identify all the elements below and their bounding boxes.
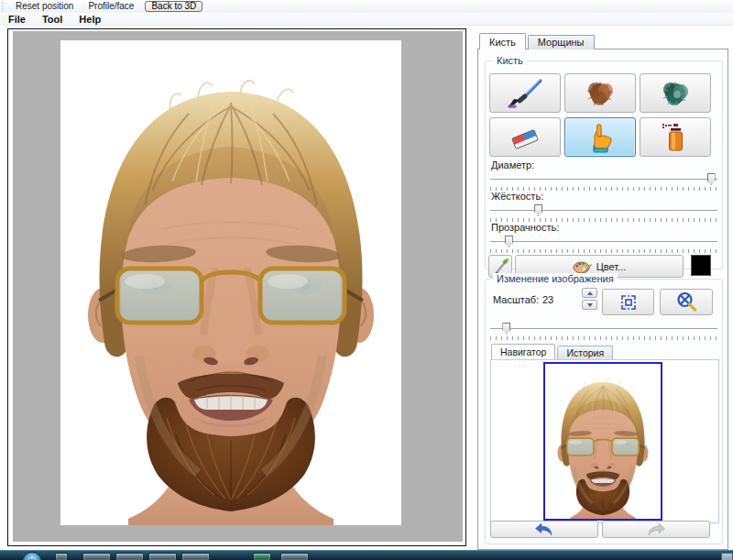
tool-eraser-button[interactable] (489, 117, 561, 157)
redo-button[interactable] (602, 521, 710, 538)
navigator-thumbnail[interactable] (543, 362, 662, 521)
fit-to-screen-icon (619, 293, 638, 312)
taskbar-button[interactable] (253, 553, 271, 560)
hardness-label: Жёсткость: (491, 191, 543, 202)
tool-spray-button[interactable] (640, 117, 711, 157)
scale-spinner (582, 288, 597, 310)
profile-face-button[interactable]: Profile/face (81, 1, 141, 12)
spray-can-icon (660, 121, 691, 154)
fur-texture-icon (658, 79, 693, 108)
menu-file[interactable]: File (0, 14, 34, 25)
start-button[interactable] (22, 552, 42, 560)
taskbar-button[interactable] (82, 553, 111, 560)
image-group: Изменение изображения Масштаб: 23 (485, 279, 723, 544)
taskbar-button[interactable] (148, 553, 177, 560)
zoom-off-button[interactable] (660, 289, 713, 315)
toolbar-gripper (2, 2, 5, 11)
toolbar: Reset position Profile/face Back to 3D (0, 0, 733, 13)
tool-hand-button[interactable] (564, 117, 636, 157)
face-render (60, 40, 401, 525)
tool-paintbrush-button[interactable] (489, 73, 561, 113)
diameter-label: Диаметр: (491, 159, 534, 170)
panel-tabbar: Кисть Морщины (479, 33, 596, 49)
paint-canvas[interactable] (60, 40, 401, 525)
back-to-3d-button[interactable]: Back to 3D (145, 1, 202, 12)
tab-navigator[interactable]: Навигатор (491, 344, 555, 359)
navigator-box (490, 359, 719, 523)
menu-tool[interactable]: Tool (34, 14, 71, 25)
windows-logo-icon (23, 556, 41, 560)
taskbar-button[interactable] (115, 553, 144, 560)
zoom-slider-thumb[interactable] (502, 323, 510, 335)
scale-value: 23 (542, 294, 553, 305)
spinner-up-icon (587, 291, 593, 295)
image-group-title: Изменение изображения (493, 273, 618, 285)
hardness-slider[interactable] (490, 204, 717, 217)
brush-tab-content: Кисть (477, 49, 728, 550)
hand-pointer-icon (585, 121, 616, 154)
tab-history[interactable]: История (557, 346, 613, 359)
paintbrush-icon (506, 78, 544, 109)
reset-position-button[interactable]: Reset position (8, 1, 81, 12)
side-panel: Кисть Морщины Кисть (477, 33, 728, 550)
scale-label: Масштаб: (493, 294, 539, 305)
opacity-slider-thumb[interactable] (505, 236, 513, 247)
menu-bar: File Tool Help (0, 13, 733, 26)
color-button-label: Цвет... (596, 261, 627, 272)
hair-texture-icon (583, 79, 618, 108)
menu-help[interactable]: Help (71, 14, 109, 25)
opacity-slider[interactable] (490, 236, 717, 248)
palette-icon (573, 259, 592, 274)
spinner-down-icon (587, 303, 593, 307)
zoom-slider[interactable] (490, 323, 717, 335)
taskbar-icon[interactable] (55, 553, 68, 560)
taskbar-button[interactable] (280, 553, 309, 560)
tool-fur-brush-button[interactable] (640, 73, 711, 113)
scale-spinner-down[interactable] (582, 300, 597, 310)
undo-button[interactable] (490, 521, 598, 538)
undo-icon (534, 522, 554, 536)
diameter-slider-thumb[interactable] (707, 173, 716, 185)
no-zoom-icon (676, 291, 697, 313)
hardness-slider-thumb[interactable] (534, 204, 542, 216)
brush-group: Кисть (485, 60, 723, 269)
navigator-tabbar: Навигатор История (491, 344, 615, 359)
diameter-slider[interactable] (490, 173, 717, 186)
tab-wrinkles[interactable]: Морщины (528, 35, 595, 49)
opacity-label: Прозрачность: (491, 222, 559, 233)
eraser-icon (507, 123, 543, 152)
tab-brush[interactable]: Кисть (479, 33, 526, 49)
scale-spinner-up[interactable] (582, 288, 597, 298)
system-tray[interactable] (721, 553, 733, 560)
navigator-face-render (549, 366, 657, 520)
taskbar-button[interactable] (181, 553, 210, 560)
fit-to-screen-button[interactable] (602, 289, 654, 315)
app-window: Reset position Profile/face Back to 3D F… (0, 0, 733, 560)
canvas-panel (7, 28, 466, 546)
redo-icon (646, 522, 666, 536)
canvas-background (13, 31, 463, 542)
windows-taskbar (0, 550, 733, 560)
current-color-swatch[interactable] (691, 255, 711, 276)
brush-group-title: Кисть (493, 55, 527, 67)
tool-hair-brush-button[interactable] (564, 73, 636, 113)
